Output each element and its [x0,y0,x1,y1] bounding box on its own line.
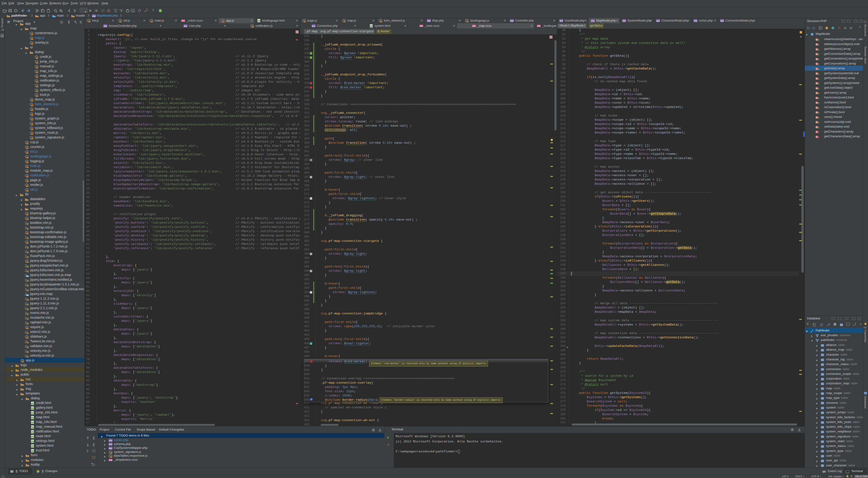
svg-text:JS: JS [304,21,306,22]
svg-text:JS: JS [27,337,29,338]
svg-text:h: h [371,26,372,27]
svg-text:JS: JS [27,152,29,153]
svg-text:JS: JS [31,114,33,116]
svg-text:h: h [32,403,33,405]
svg-text:JS: JS [110,456,113,457]
svg-text:JS: JS [31,100,33,101]
svg-text:m: m [816,49,818,51]
svg-text:SASS: SASS [472,25,476,27]
svg-text:JS: JS [27,180,29,182]
svg-text:JS: JS [27,356,29,357]
svg-text:JS: JS [31,128,33,130]
svg-text:JS: JS [27,266,29,267]
svg-text:JS: JS [27,157,29,158]
svg-text:SASS: SASS [181,20,185,22]
svg-text:JS: JS [344,21,346,22]
svg-text:m: m [816,97,818,99]
svg-text:10: 10 [25,246,27,247]
svg-text:php: php [657,20,660,22]
svg-text:m: m [816,43,818,45]
svg-text:php: php [510,20,514,22]
svg-text:10: 10 [25,222,27,223]
svg-text:10: 10 [25,297,27,299]
svg-text:JS: JS [31,133,33,134]
svg-text:h: h [32,432,33,433]
svg-text:php: php [104,25,107,27]
svg-text:h: h [32,436,33,438]
svg-text:10: 10 [25,279,27,280]
svg-text:SASS: SASS [537,25,540,27]
svg-text:m: m [816,77,818,80]
svg-text:m: m [816,53,818,55]
svg-text:JS: JS [22,360,24,362]
svg-text:JS: JS [27,309,29,310]
svg-text:h: h [32,446,33,447]
svg-text:php: php [312,25,315,27]
svg-text:JS: JS [27,285,29,286]
svg-text:h: h [32,408,33,409]
svg-text:h: h [32,413,33,414]
svg-text:m: m [816,58,818,60]
svg-text:JS: JS [151,21,153,22]
svg-text:VCS: VCS [114,9,117,11]
svg-text:JS: JS [36,66,38,68]
svg-text:JS: JS [89,21,91,22]
svg-text:JS: JS [27,147,29,149]
svg-text:JS: JS [27,185,29,187]
svg-text:m: m [816,68,818,70]
svg-text:10: 10 [25,354,27,356]
svg-text:10: 10 [25,350,27,351]
svg-text:10: 10 [25,250,27,252]
svg-text:JS: JS [252,26,254,27]
svg-text:JS: JS [31,104,33,106]
svg-text:m: m [816,121,818,123]
svg-text:10: 10 [25,312,27,314]
svg-text:php: php [560,20,563,22]
svg-text:php: php [591,20,594,22]
svg-text:JS: JS [36,57,38,59]
svg-text:JS: JS [36,90,38,92]
svg-text:10: 10 [25,255,27,257]
svg-text:php: php [93,15,96,17]
svg-text:JS: JS [27,342,29,343]
svg-text:JS: JS [27,242,29,244]
svg-text:JS: JS [120,21,122,22]
svg-text:JS: JS [27,261,29,262]
svg-text:A: A [60,10,61,11]
svg-text:JS: JS [27,289,29,291]
svg-text:JS: JS [27,318,29,320]
svg-text:10: 10 [25,269,27,271]
svg-text:h: h [258,21,259,22]
svg-text:JS: JS [27,299,29,301]
svg-text:JS: JS [36,95,38,96]
svg-text:JS: JS [27,223,29,225]
svg-text:h: h [32,422,33,423]
svg-text:JS: JS [27,161,29,163]
svg-text:JS: JS [27,190,29,191]
svg-text:JS: JS [27,218,29,220]
svg-text:10: 10 [25,236,27,237]
svg-text:php: php [109,447,112,449]
svg-text:JS: JS [222,21,225,22]
svg-text:JS: JS [27,171,29,172]
svg-text:JS: JS [36,81,38,82]
svg-text:10: 10 [25,283,27,285]
svg-text:JS: JS [31,119,33,120]
svg-text:JS: JS [27,270,29,272]
svg-text:m: m [816,126,818,128]
svg-text:C: C [811,33,813,36]
svg-text:O: O [826,27,828,29]
svg-text:JS: JS [36,71,38,73]
svg-text:JS: JS [27,323,29,324]
svg-text:php: php [184,25,187,27]
svg-text:JS: JS [31,38,33,40]
svg-text:JSON: JSON [26,275,29,277]
svg-text:C: C [832,27,833,29]
svg-text:10: 10 [25,345,27,347]
svg-text:JS: JS [27,332,29,334]
svg-text:h: h [32,441,33,442]
svg-text:JS: JS [27,213,29,215]
svg-text:m: m [816,87,818,89]
svg-text:JS: JS [36,85,38,87]
svg-text:m: m [816,102,818,104]
